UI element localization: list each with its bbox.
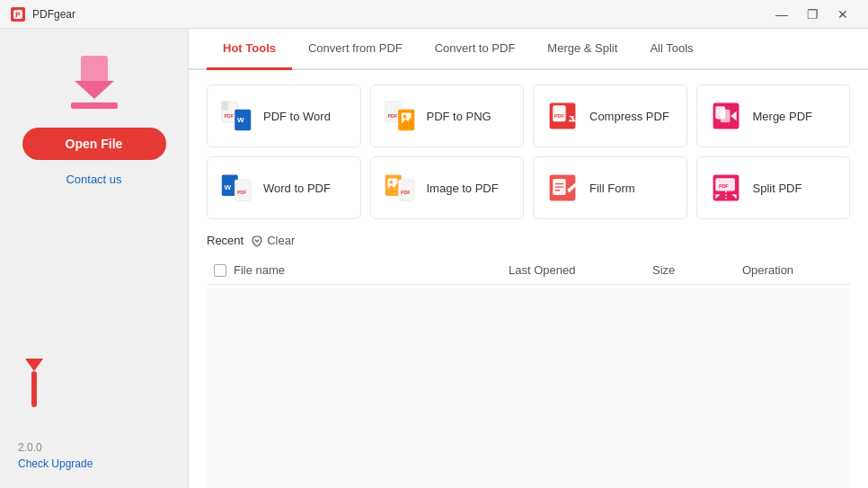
download-icon <box>63 56 126 110</box>
title-bar-left: P PDFgear <box>11 7 75 22</box>
arrow-base <box>71 102 118 109</box>
svg-rect-3 <box>222 102 228 111</box>
empty-file-list <box>207 288 850 488</box>
split-pdf-label: Split PDF <box>753 182 802 195</box>
svg-text:PDF: PDF <box>718 183 728 189</box>
check-upgrade-link[interactable]: Check Upgrade <box>18 457 93 470</box>
pdf-png-label: PDF to PNG <box>427 110 492 123</box>
version-text: 2.0.0 <box>18 441 42 454</box>
svg-text:P: P <box>15 11 21 19</box>
pdf-word-icon: PDF W <box>218 98 254 134</box>
arrow-indicator <box>25 359 43 407</box>
tools-grid: PDF W PDF to Word PDF <box>207 84 850 219</box>
split-pdf-icon: PDF <box>708 170 744 206</box>
svg-text:PDF: PDF <box>400 190 410 195</box>
recent-label: Recent <box>207 234 244 247</box>
merge-pdf-icon <box>708 98 744 134</box>
sidebar-footer: 2.0.0 Check Upgrade <box>18 441 170 470</box>
close-button[interactable]: ✕ <box>828 0 857 29</box>
tool-pdf-to-word[interactable]: PDF W PDF to Word <box>207 84 361 147</box>
svg-text:PDF: PDF <box>225 113 235 119</box>
word-pdf-icon: W PDF <box>218 170 254 206</box>
table-header: File name Last Opened Size Operation <box>207 256 850 285</box>
tool-merge-pdf[interactable]: Merge PDF <box>696 84 851 147</box>
app-body: Open File Contact us 2.0.0 Check Upgrade… <box>0 29 868 488</box>
svg-point-11 <box>403 115 406 119</box>
svg-text:PDF: PDF <box>237 190 247 195</box>
recent-section: Recent Clear File name Last Opened Size … <box>189 234 868 488</box>
recent-header: Recent Clear <box>207 234 850 247</box>
pdf-word-label: PDF to Word <box>263 110 331 123</box>
title-bar: P PDFgear — ❐ ✕ <box>0 0 868 29</box>
compress-pdf-label: Compress PDF <box>589 110 669 123</box>
open-file-button[interactable]: Open File <box>22 128 166 160</box>
select-all-checkbox[interactable] <box>214 264 226 277</box>
tool-pdf-to-png[interactable]: PDF PDF to PNG <box>370 84 525 147</box>
svg-text:W: W <box>225 183 232 191</box>
svg-point-26 <box>389 181 393 184</box>
svg-text:PDF: PDF <box>554 113 564 119</box>
tools-area: PDF W PDF to Word PDF <box>189 70 868 234</box>
clear-button[interactable]: Clear <box>251 234 295 247</box>
image-pdf-icon: PDF <box>382 170 418 206</box>
main-panel: Hot Tools Convert from PDF Convert to PD… <box>189 29 868 488</box>
col-last-opened: Last Opened <box>509 263 652 277</box>
word-pdf-label: Word to PDF <box>263 182 331 195</box>
tab-merge-split[interactable]: Merge & Split <box>531 29 633 70</box>
arrow-head <box>75 81 114 99</box>
pdf-png-icon: PDF <box>382 98 418 134</box>
arrow-point <box>25 359 43 371</box>
app-icon: P <box>11 7 25 22</box>
minimize-button[interactable]: — <box>767 0 796 29</box>
tab-convert-to-pdf[interactable]: Convert to PDF <box>419 29 532 70</box>
select-all-checkbox-cell[interactable] <box>207 263 234 277</box>
sidebar-icon-area <box>63 56 126 110</box>
contact-link[interactable]: Contact us <box>66 173 121 186</box>
compress-pdf-icon: PDF <box>545 98 580 134</box>
tab-convert-from-pdf[interactable]: Convert from PDF <box>292 29 419 70</box>
arrow-body <box>81 56 108 81</box>
sidebar: Open File Contact us 2.0.0 Check Upgrade <box>0 29 189 488</box>
maximize-button[interactable]: ❐ <box>798 0 827 29</box>
app-title: PDFgear <box>32 8 75 21</box>
tool-word-to-pdf[interactable]: W PDF Word to PDF <box>207 156 361 219</box>
image-pdf-label: Image to PDF <box>427 182 499 195</box>
arrow-shaft <box>31 371 37 407</box>
svg-text:W: W <box>237 116 244 124</box>
tool-image-to-pdf[interactable]: PDF Image to PDF <box>370 156 525 219</box>
tab-hot-tools[interactable]: Hot Tools <box>207 29 292 70</box>
svg-text:PDF: PDF <box>387 113 397 119</box>
tool-split-pdf[interactable]: PDF Split PDF <box>696 156 851 219</box>
tool-compress-pdf[interactable]: PDF Compress PDF <box>533 84 687 147</box>
clear-icon <box>251 235 263 247</box>
fill-form-label: Fill Form <box>589 182 635 195</box>
clear-label: Clear <box>267 234 295 247</box>
svg-rect-19 <box>720 110 730 122</box>
tool-fill-form[interactable]: Fill Form <box>533 156 687 219</box>
tab-all-tools[interactable]: All Tools <box>633 29 709 70</box>
fill-form-icon <box>545 170 580 206</box>
tabs-bar: Hot Tools Convert from PDF Convert to PD… <box>189 29 868 70</box>
merge-pdf-label: Merge PDF <box>753 110 812 123</box>
col-size: Size <box>652 263 742 277</box>
window-controls: — ❐ ✕ <box>767 0 857 29</box>
col-filename: File name <box>234 263 509 277</box>
col-operation: Operation <box>742 263 850 277</box>
